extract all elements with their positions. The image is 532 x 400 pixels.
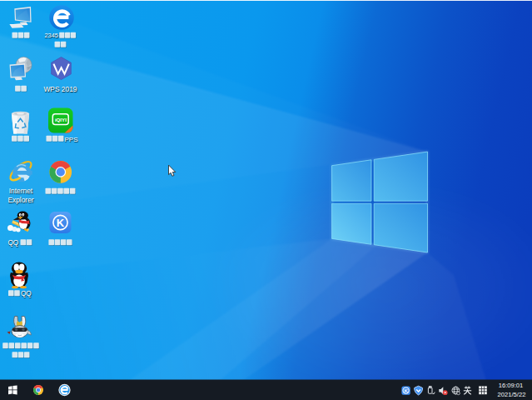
- svg-text:K: K: [57, 217, 65, 229]
- svg-text:QQ: QQ: [21, 290, 32, 298]
- svg-text:WPS 2019: WPS 2019: [43, 85, 77, 93]
- svg-text:16:09:01: 16:09:01: [499, 382, 524, 389]
- svg-text:Explorer: Explorer: [7, 196, 33, 204]
- svg-text:QQ: QQ: [8, 239, 19, 247]
- svg-text:2021/5/22: 2021/5/22: [498, 391, 526, 398]
- svg-text:PPS: PPS: [65, 136, 78, 143]
- svg-text:2345: 2345: [45, 32, 58, 39]
- svg-text:iQIYI: iQIYI: [55, 117, 67, 122]
- svg-text:K: K: [405, 388, 409, 393]
- svg-text:Internet: Internet: [9, 187, 33, 195]
